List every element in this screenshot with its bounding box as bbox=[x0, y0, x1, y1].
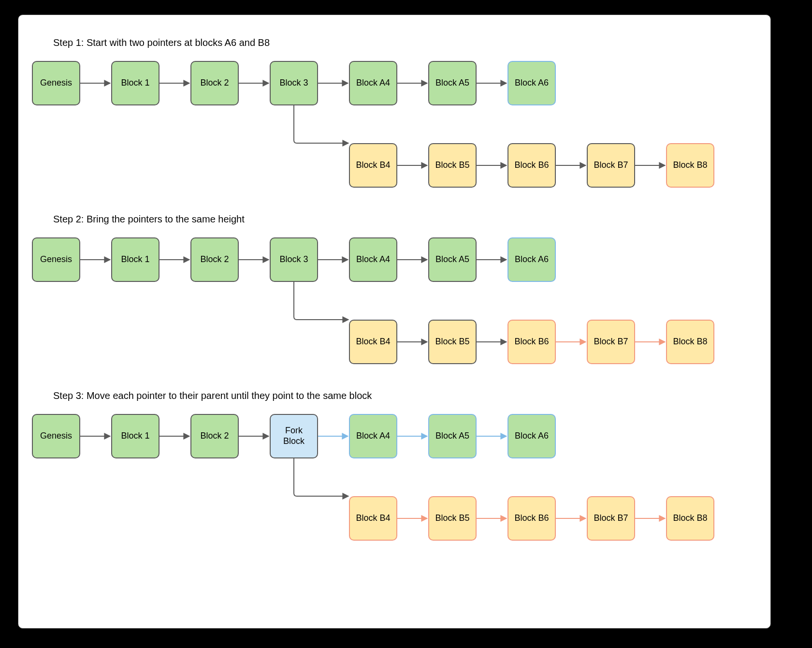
block-label: Block 2 bbox=[200, 431, 229, 442]
block-label: Genesis bbox=[40, 431, 72, 442]
block-label: Block A5 bbox=[435, 78, 469, 88]
block-label: Block A6 bbox=[515, 254, 549, 265]
block-label: Block 1 bbox=[121, 78, 149, 88]
block-a6: Block A6 bbox=[508, 414, 556, 458]
block-label: Block B6 bbox=[514, 513, 549, 524]
step2-title: Step 2: Bring the pointers to the same h… bbox=[53, 214, 245, 225]
block-b7: Block B7 bbox=[587, 496, 635, 541]
block-genesis: Genesis bbox=[32, 61, 80, 105]
block-label: Block 2 bbox=[200, 78, 229, 88]
block-b6: Block B6 bbox=[508, 143, 556, 188]
block-1: Block 1 bbox=[111, 61, 160, 105]
block-label: Block 1 bbox=[121, 431, 149, 442]
block-b4: Block B4 bbox=[349, 143, 397, 188]
block-label: Block B6 bbox=[514, 160, 549, 171]
step1-title: Step 1: Start with two pointers at block… bbox=[53, 37, 270, 48]
block-label: Block B8 bbox=[673, 337, 707, 347]
block-label: Block A4 bbox=[356, 431, 390, 442]
block-label: Block A4 bbox=[356, 254, 390, 265]
block-2: Block 2 bbox=[190, 237, 239, 282]
block-label: Block 3 bbox=[279, 254, 308, 265]
diagram-frame: Step 1: Start with two pointers at block… bbox=[18, 15, 771, 629]
block-label: Block A6 bbox=[515, 78, 549, 88]
block-a4: Block A4 bbox=[349, 61, 397, 105]
block-genesis: Genesis bbox=[32, 237, 80, 282]
block-b6-pointer: Block B6 bbox=[508, 320, 556, 364]
block-label: Block B8 bbox=[673, 160, 707, 171]
step3-title: Step 3: Move each pointer to their paren… bbox=[53, 390, 372, 401]
block-genesis: Genesis bbox=[32, 414, 80, 458]
block-label: Block 3 bbox=[279, 78, 308, 88]
block-label: Block 1 bbox=[121, 254, 149, 265]
block-label: Block A5 bbox=[435, 254, 469, 265]
block-a4: Block A4 bbox=[349, 414, 397, 458]
block-label: Block B6 bbox=[514, 337, 549, 347]
block-b7: Block B7 bbox=[587, 143, 635, 188]
block-1: Block 1 bbox=[111, 414, 160, 458]
block-label: Block B5 bbox=[435, 337, 469, 347]
block-label: Block B7 bbox=[594, 160, 628, 171]
block-label: Fork Block bbox=[283, 426, 304, 446]
block-a6-pointer: Block A6 bbox=[508, 61, 556, 105]
block-b7: Block B7 bbox=[587, 320, 635, 364]
block-label: Block B4 bbox=[356, 160, 390, 171]
block-b6: Block B6 bbox=[508, 496, 556, 541]
block-label: Block 2 bbox=[200, 254, 229, 265]
block-label: Block B7 bbox=[594, 337, 628, 347]
block-b8: Block B8 bbox=[666, 320, 714, 364]
block-label: Block A5 bbox=[435, 431, 469, 442]
block-label: Block B5 bbox=[435, 160, 469, 171]
block-label: Block B5 bbox=[435, 513, 469, 524]
block-3: Block 3 bbox=[270, 237, 318, 282]
block-1: Block 1 bbox=[111, 237, 160, 282]
block-a5: Block A5 bbox=[428, 61, 477, 105]
block-2: Block 2 bbox=[190, 61, 239, 105]
block-b5: Block B5 bbox=[428, 320, 477, 364]
block-b8: Block B8 bbox=[666, 496, 714, 541]
block-label: Genesis bbox=[40, 254, 72, 265]
block-a5: Block A5 bbox=[428, 414, 477, 458]
block-label: Block B8 bbox=[673, 513, 707, 524]
block-2: Block 2 bbox=[190, 414, 239, 458]
block-a5: Block A5 bbox=[428, 237, 477, 282]
block-b4: Block B4 bbox=[349, 496, 397, 541]
block-b4: Block B4 bbox=[349, 320, 397, 364]
block-label: Block B7 bbox=[594, 513, 628, 524]
block-label: Block A6 bbox=[515, 431, 549, 442]
block-label: Block B4 bbox=[356, 337, 390, 347]
block-b5: Block B5 bbox=[428, 143, 477, 188]
block-label: Block B4 bbox=[356, 513, 390, 524]
fork-block: Fork Block bbox=[270, 414, 318, 458]
block-b5: Block B5 bbox=[428, 496, 477, 541]
block-3: Block 3 bbox=[270, 61, 318, 105]
block-label: Genesis bbox=[40, 78, 72, 88]
block-label: Block A4 bbox=[356, 78, 390, 88]
block-b8-pointer: Block B8 bbox=[666, 143, 714, 188]
block-a4: Block A4 bbox=[349, 237, 397, 282]
block-a6-pointer: Block A6 bbox=[508, 237, 556, 282]
